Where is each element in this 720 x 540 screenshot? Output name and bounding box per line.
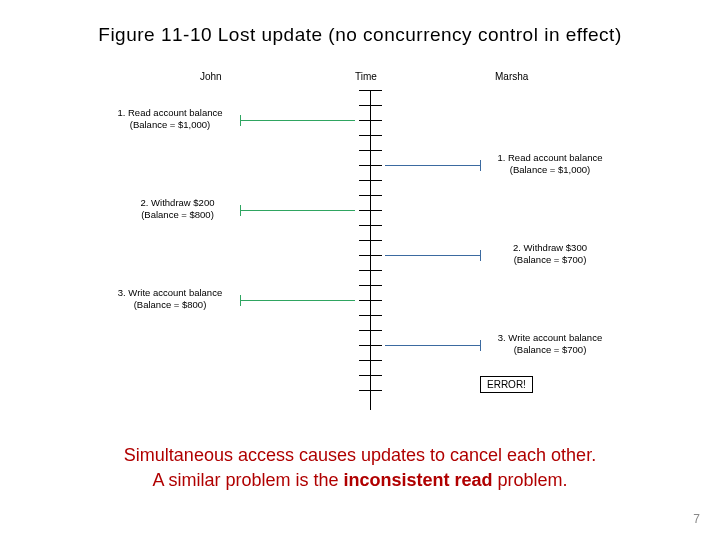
lead-end (240, 295, 241, 306)
caption-line-2c: problem. (493, 470, 568, 490)
step-text: 1. Read account balance (485, 152, 615, 164)
step-text: (Balance = $1,000) (105, 119, 235, 131)
lead-line (385, 345, 480, 346)
time-axis-label: Time (355, 71, 377, 82)
lead-end (480, 160, 481, 171)
step-text: (Balance = $800) (105, 299, 235, 311)
lead-end (480, 340, 481, 351)
step-text: (Balance = $700) (485, 344, 615, 356)
lead-line (240, 210, 355, 211)
step-text: (Balance = $800) (120, 209, 235, 221)
lead-end (480, 250, 481, 261)
step-text: 2. Withdraw $300 (485, 242, 615, 254)
caption-emphasis: inconsistent read (343, 470, 492, 490)
lead-end (240, 115, 241, 126)
step-text: 2. Withdraw $200 (120, 197, 235, 209)
time-axis (370, 90, 371, 410)
lead-end (240, 205, 241, 216)
step-text: (Balance = $1,000) (485, 164, 615, 176)
error-badge: ERROR! (480, 376, 533, 393)
slide: Figure 11-10 Lost update (no concurrency… (0, 0, 720, 540)
john-step-3: 3. Write account balance (Balance = $800… (105, 287, 235, 311)
marsha-step-1: 1. Read account balance (Balance = $1,00… (485, 152, 615, 176)
lead-line (240, 120, 355, 121)
step-text: 1. Read account balance (105, 107, 235, 119)
lane-label-marsha: Marsha (495, 71, 528, 82)
step-text: 3. Write account balance (485, 332, 615, 344)
john-step-2: 2. Withdraw $200 (Balance = $800) (120, 197, 235, 221)
lane-label-john: John (200, 71, 222, 82)
john-step-1: 1. Read account balance (Balance = $1,00… (105, 107, 235, 131)
page-number: 7 (693, 512, 700, 526)
figure-title: Figure 11-10 Lost update (no concurrency… (0, 24, 720, 46)
marsha-step-2: 2. Withdraw $300 (Balance = $700) (485, 242, 615, 266)
lead-line (240, 300, 355, 301)
caption: Simultaneous access causes updates to ca… (0, 443, 720, 492)
step-text: (Balance = $700) (485, 254, 615, 266)
step-text: 3. Write account balance (105, 287, 235, 299)
timeline-diagram: Time John Marsha (100, 68, 620, 428)
caption-line-2a: A similar problem is the (152, 470, 343, 490)
caption-line-1: Simultaneous access causes updates to ca… (124, 445, 596, 465)
lead-line (385, 255, 480, 256)
lead-line (385, 165, 480, 166)
marsha-step-3: 3. Write account balance (Balance = $700… (485, 332, 615, 356)
